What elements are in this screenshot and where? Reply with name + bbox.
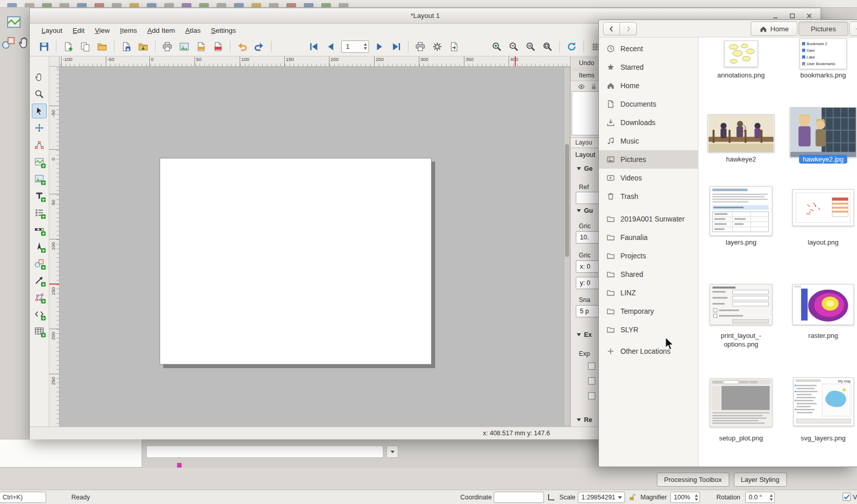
atlas-first-button[interactable]	[307, 40, 321, 53]
zoom-out-button[interactable]	[507, 40, 520, 53]
add-picture-tool[interactable]	[32, 171, 47, 186]
back-button[interactable]	[603, 22, 620, 35]
menu-view[interactable]: View	[90, 25, 114, 36]
main-toolbar-button[interactable]	[60, 3, 69, 7]
file-label-bookmarks[interactable]: bookmarks.png	[782, 71, 857, 79]
layout-page[interactable]	[160, 158, 432, 365]
layout-manager-button[interactable]	[95, 40, 109, 53]
canvas-vertical-scrollbar[interactable]	[564, 67, 570, 426]
file-thumbnail-bookmarks[interactable]: Bookmark 2 Dam Lake User Bookmarks	[800, 38, 847, 69]
scale-combo[interactable]: 1:29854291	[578, 492, 625, 503]
duplicate-layout-button[interactable]	[79, 40, 92, 53]
sidebar-item-trash[interactable]: Trash	[599, 187, 698, 206]
sidebar-item-recent[interactable]: Recent	[599, 39, 698, 58]
menu-layout[interactable]: Layout	[37, 25, 67, 36]
main-toolbar-button[interactable]	[25, 3, 34, 7]
main-toolbar-button[interactable]	[112, 3, 122, 7]
add-label-tool[interactable]	[32, 188, 47, 203]
sidebar-item-videos[interactable]: Videos	[599, 169, 698, 187]
main-toolbar-button[interactable]	[269, 3, 279, 7]
sidebar-item-music[interactable]: Music	[599, 132, 698, 150]
undo-button[interactable]	[236, 40, 249, 53]
sidebar-item-shared[interactable]: Shared	[599, 265, 698, 284]
refresh-view-button[interactable]	[565, 40, 578, 53]
file-label-print-layout-options[interactable]: print_layout_- options.png	[700, 331, 782, 349]
file-thumbnail-raster[interactable]	[792, 284, 854, 325]
print-atlas-button[interactable]	[414, 40, 427, 53]
magnifier-spinbox[interactable]: 100%	[670, 492, 700, 503]
sidebar-item-documents[interactable]: Documents	[599, 95, 698, 113]
scale-lock-icon[interactable]	[628, 493, 636, 501]
zoom-full-button[interactable]	[541, 40, 554, 53]
main-toolbar-button[interactable]	[42, 3, 52, 7]
export-as-image-button[interactable]	[178, 40, 191, 53]
path-pictures-button[interactable]: Pictures	[798, 22, 848, 36]
export-atlas-button[interactable]	[447, 40, 461, 53]
main-toolbar-button[interactable]	[234, 3, 244, 7]
sidebar-item-faunalia[interactable]: Faunalia	[599, 228, 698, 247]
file-thumbnail-print-layout-options[interactable]	[710, 284, 772, 325]
file-label-setup-plot[interactable]: setup_plot.png	[700, 434, 782, 442]
file-thumbnail-hawkeye2[interactable]	[708, 114, 774, 152]
dock-tab-layout[interactable]: Layou	[571, 137, 600, 148]
spin-arrows-icon[interactable]	[695, 494, 698, 501]
atlas-next-button[interactable]	[373, 40, 386, 53]
add-table-tool[interactable]	[32, 324, 47, 338]
main-left-toolbar-button[interactable]	[2, 36, 15, 50]
sidebar-item-2019a001-sunwater[interactable]: 2019A001 Sunwater	[599, 210, 698, 228]
pan-tool[interactable]	[32, 70, 47, 85]
zoom-actual-button[interactable]	[524, 40, 537, 53]
forward-button[interactable]	[620, 22, 637, 35]
file-thumbnail-setup-plot[interactable]	[710, 378, 772, 427]
add-html-tool[interactable]	[32, 307, 47, 321]
coordinate-input[interactable]	[494, 492, 544, 503]
main-toolbar-button[interactable]	[77, 3, 87, 7]
menu-settings[interactable]: Settings	[206, 25, 241, 36]
menu-edit[interactable]: Edit	[68, 25, 89, 36]
atlas-settings-button[interactable]	[431, 40, 444, 53]
file-label-layers[interactable]: layers.png	[700, 238, 782, 247]
sidebar-item-projects[interactable]: Projects	[599, 247, 698, 265]
sidebar-item-other-locations[interactable]: Other Locations	[599, 342, 698, 360]
add-shape-tool[interactable]	[32, 256, 47, 271]
main-toolbar-button[interactable]	[339, 3, 348, 7]
sidebar-item-home[interactable]: Home	[599, 76, 698, 95]
file-label-svg-layers[interactable]: svg_layers.png	[782, 434, 857, 442]
main-toolbar-button[interactable]	[129, 3, 139, 7]
file-label-hawkeye2-jpg[interactable]: hawkeye2.jpg	[782, 155, 857, 164]
scroll-dropdown-button[interactable]	[386, 446, 398, 458]
add-north-arrow-tool[interactable]	[32, 239, 47, 254]
layout-canvas[interactable]	[60, 67, 570, 427]
render-checkbox[interactable]	[843, 493, 851, 501]
main-toolbar-button[interactable]	[217, 3, 226, 7]
tab-layer-styling[interactable]: Layer Styling	[734, 473, 787, 487]
add-node-item-tool[interactable]	[32, 290, 47, 305]
vertical-ruler[interactable]: -50 0 50 100 150 200 250	[49, 67, 60, 427]
add-legend-tool[interactable]	[32, 205, 47, 220]
zoom-in-button[interactable]	[490, 40, 503, 53]
tab-processing-toolbox[interactable]: Processing Toolbox	[657, 473, 729, 487]
file-label-hawkeye2[interactable]: hawkeye2	[700, 155, 782, 164]
main-toolbar-button[interactable]	[321, 3, 331, 7]
file-label-raster[interactable]: raster.png	[782, 331, 857, 340]
spin-arrows-icon[interactable]	[770, 494, 773, 501]
main-toolbar-button[interactable]	[286, 3, 296, 7]
extents-icon[interactable]	[547, 493, 555, 501]
main-toolbar-button[interactable]	[251, 3, 261, 7]
move-item-content-tool[interactable]	[32, 120, 47, 135]
select-move-item-tool[interactable]	[32, 104, 47, 118]
sidebar-item-starred[interactable]: Starred	[599, 58, 698, 76]
path-home-button[interactable]: Home	[751, 22, 797, 36]
spin-arrows-icon[interactable]	[364, 43, 367, 50]
locator-search-input[interactable]: Ctrl+K)	[0, 492, 46, 503]
print-button[interactable]	[161, 40, 174, 53]
file-thumbnail-svg-layers[interactable]: My map	[793, 377, 854, 426]
redo-button[interactable]	[252, 40, 266, 53]
rotation-spinbox[interactable]: 0.0 °	[745, 492, 775, 503]
main-toolbar-button[interactable]	[147, 3, 157, 7]
menu-add-item[interactable]: Add Item	[143, 25, 180, 36]
sidebar-item-temporary[interactable]: Temporary	[599, 302, 698, 320]
sidebar-item-pictures[interactable]: Pictures	[599, 150, 698, 169]
horizontal-ruler[interactable]: -100 -50 0 50 100 150 200 250 300 350 40…	[60, 56, 570, 67]
export-as-svg-button[interactable]	[194, 40, 208, 53]
